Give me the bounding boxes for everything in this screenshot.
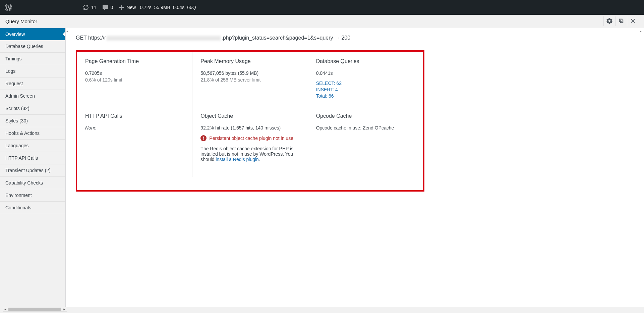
gear-icon: [606, 18, 612, 24]
sidebar-item-conditionals[interactable]: Conditionals: [0, 202, 65, 214]
close-button[interactable]: [627, 16, 639, 26]
sidebar-item-logs[interactable]: Logs: [0, 65, 65, 77]
insert-queries-link[interactable]: INSERT: 4: [316, 87, 415, 92]
updates-button[interactable]: 11: [80, 0, 99, 15]
overview-metrics-box: Page Generation Time 0.7205s 0.6% of 120…: [76, 50, 424, 192]
panel-header: Query Monitor: [0, 15, 644, 28]
total-queries-link[interactable]: Total: 66: [316, 93, 415, 99]
main-panel: GET https://r.php?plugin_status=search&p…: [65, 28, 644, 307]
install-redis-link[interactable]: install a Redis plugin: [216, 157, 258, 162]
request-summary: GET https://r.php?plugin_status=search&p…: [76, 35, 634, 41]
admin-bar: 11 0 New 0.72s 55.9MB 0.04s 66Q: [0, 0, 644, 15]
scroll-right-icon[interactable]: ►: [62, 307, 67, 312]
sidebar-item-http-api-calls[interactable]: HTTP API Calls: [0, 152, 65, 164]
refresh-icon: [82, 4, 89, 11]
scroll-left-icon[interactable]: ◄: [3, 307, 8, 312]
sidebar-item-timings[interactable]: Timings: [0, 53, 65, 65]
plus-icon: [118, 4, 124, 10]
comments-count: 0: [111, 5, 113, 10]
panel-title: Query Monitor: [5, 18, 603, 24]
redacted-url: [107, 36, 221, 41]
sidebar-nav: OverviewDatabase QueriesTimingsLogsReque…: [0, 28, 65, 307]
cache-warning: ! Persistent object cache plugin not in …: [200, 135, 299, 141]
object-cache-cell: Object Cache 92.2% hit rate (1,657 hits,…: [192, 106, 308, 177]
wordpress-logo-icon[interactable]: [4, 3, 13, 12]
qm-stats[interactable]: 0.72s: [138, 0, 153, 15]
db-queries-cell: Database Queries 0.0441s SELECT: 62 INSE…: [308, 52, 423, 106]
scroll-thumb[interactable]: [8, 308, 61, 311]
horizontal-scrollbar[interactable]: ◄ ►: [3, 307, 67, 312]
sidebar-item-styles-30[interactable]: Styles (30): [0, 115, 65, 127]
settings-button[interactable]: [603, 16, 615, 26]
new-content-button[interactable]: New: [116, 0, 138, 15]
sidebar-item-capability-checks[interactable]: Capability Checks: [0, 177, 65, 189]
sidebar-item-admin-screen[interactable]: Admin Screen: [0, 90, 65, 102]
comments-button[interactable]: 0: [99, 0, 116, 15]
comment-icon: [102, 4, 109, 11]
sidebar-item-overview[interactable]: Overview: [0, 28, 65, 40]
scroll-up-icon[interactable]: ▲: [66, 30, 69, 33]
opcode-cache-cell: Opcode Cache Opcode cache in use: Zend O…: [308, 106, 423, 177]
sidebar-item-transient-updates-2[interactable]: Transient Updates (2): [0, 164, 65, 177]
close-icon: [630, 18, 636, 24]
http-api-cell: HTTP API Calls None: [77, 106, 192, 177]
sidebar-item-hooks-actions[interactable]: Hooks & Actions: [0, 127, 65, 140]
warning-icon: !: [200, 135, 207, 141]
sidebar-item-scripts-32[interactable]: Scripts (32): [0, 102, 65, 115]
maximize-button[interactable]: [615, 16, 627, 26]
window-icon: [618, 18, 624, 24]
sidebar-item-database-queries[interactable]: Database Queries: [0, 40, 65, 53]
updates-count: 11: [91, 5, 97, 10]
scroll-up-icon[interactable]: ▲: [639, 30, 643, 33]
sidebar-item-environment[interactable]: Environment: [0, 189, 65, 202]
memory-cell: Peak Memory Usage 58,567,056 bytes (55.9…: [192, 52, 308, 106]
sidebar-item-request[interactable]: Request: [0, 77, 65, 90]
page-generation-cell: Page Generation Time 0.7205s 0.6% of 120…: [77, 52, 192, 106]
select-queries-link[interactable]: SELECT: 62: [316, 81, 415, 86]
new-label: New: [126, 5, 136, 10]
sidebar-item-languages[interactable]: Languages: [0, 140, 65, 152]
cache-description: The Redis object cache extension for PHP…: [200, 146, 299, 162]
